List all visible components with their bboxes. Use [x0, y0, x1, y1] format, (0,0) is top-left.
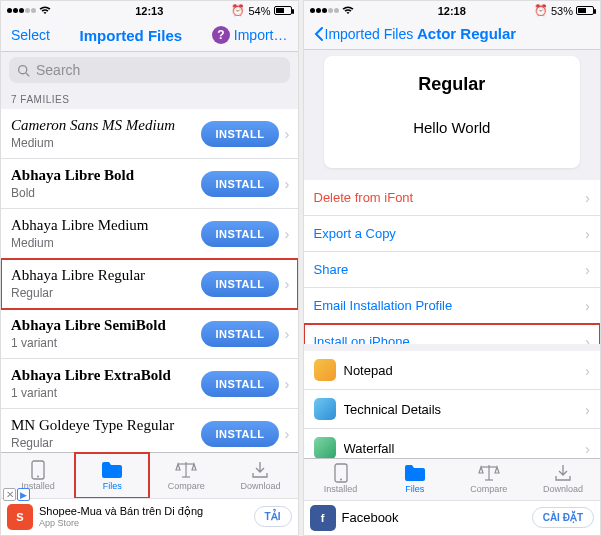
ad-cta-button[interactable]: CÀI ĐẶT: [532, 507, 594, 528]
action-row[interactable]: Export a Copy ›: [304, 216, 601, 252]
font-variant: 1 variant: [11, 336, 201, 350]
app-label: Technical Details: [344, 402, 442, 417]
battery-icon: [274, 6, 292, 15]
alarm-icon: ⏰: [534, 4, 548, 17]
ad-title: Facebook: [342, 510, 526, 526]
action-row[interactable]: Email Installation Profile ›: [304, 288, 601, 324]
wifi-icon: [39, 6, 51, 15]
app-label: Waterfall: [344, 441, 395, 456]
font-name: Abhaya Libre SemiBold: [11, 317, 201, 334]
font-name: Abhaya Libre Regular: [11, 267, 201, 284]
search-icon: [17, 64, 30, 77]
tab-installed[interactable]: Installed: [304, 459, 378, 500]
tab-files[interactable]: Files: [75, 453, 149, 497]
scale-icon: [478, 464, 500, 482]
app-row[interactable]: Waterfall ›: [304, 429, 601, 457]
chevron-right-icon: ›: [285, 225, 290, 242]
ad-cta-button[interactable]: TẢI: [254, 506, 292, 527]
font-name: Abhaya Libre ExtraBold: [11, 367, 201, 384]
ad-banner[interactable]: ✕ ▶ S Shopee-Mua và Bán trên Di động App…: [1, 498, 298, 535]
nav-bar: Imported Files Actor Regular: [304, 18, 601, 50]
chevron-right-icon: ›: [585, 333, 590, 344]
ad-app-icon: f: [310, 505, 336, 531]
tab-download[interactable]: Download: [526, 459, 600, 500]
action-label: Share: [314, 262, 349, 277]
ad-banner[interactable]: f Facebook CÀI ĐẶT: [304, 500, 601, 535]
font-name: Abhaya Libre Medium: [11, 217, 201, 234]
svg-point-3: [37, 475, 39, 477]
font-row[interactable]: Abhaya Libre Bold Bold INSTALL ›: [1, 159, 298, 209]
tab-files[interactable]: Files: [378, 459, 452, 500]
chevron-right-icon: ›: [585, 261, 590, 278]
nav-title: Imported Files: [80, 27, 183, 44]
action-label: Install on iPhone: [314, 334, 410, 344]
tab-compare[interactable]: Compare: [452, 459, 526, 500]
search-input[interactable]: Search: [9, 57, 290, 83]
chevron-right-icon: ›: [585, 225, 590, 242]
chevron-right-icon: ›: [285, 425, 290, 442]
chevron-right-icon: ›: [285, 125, 290, 142]
nav-select-button[interactable]: Select: [11, 27, 50, 43]
app-row[interactable]: Notepad ›: [304, 351, 601, 390]
install-button[interactable]: INSTALL: [201, 421, 278, 447]
preview-sample-text: Hello World: [413, 119, 490, 136]
phone-icon: [30, 461, 46, 479]
install-button[interactable]: INSTALL: [201, 121, 278, 147]
font-preview-card: Regular Hello World: [324, 56, 581, 168]
app-icon: [314, 398, 336, 420]
font-name: MN Goldeye Type Regular: [11, 417, 201, 434]
signal-dots-icon: [7, 8, 36, 13]
font-name: Abhaya Libre Bold: [11, 167, 201, 184]
phone-left: 12:13 ⏰ 54% Select Imported Files ? Impo…: [0, 0, 299, 536]
ad-info-icon[interactable]: ▶: [17, 488, 30, 501]
chevron-right-icon: ›: [585, 189, 590, 206]
folder-icon: [101, 461, 123, 479]
svg-point-0: [19, 65, 27, 73]
font-row[interactable]: Abhaya Libre SemiBold 1 variant INSTALL …: [1, 309, 298, 359]
app-icon: [314, 437, 336, 457]
chevron-right-icon: ›: [585, 440, 590, 457]
chevron-right-icon: ›: [585, 362, 590, 379]
install-button[interactable]: INSTALL: [201, 221, 278, 247]
status-time: 12:18: [438, 5, 466, 17]
phone-right: 12:18 ⏰ 53% Imported Files Actor Regular…: [303, 0, 602, 536]
ad-close-icon[interactable]: ✕: [3, 488, 16, 501]
action-row[interactable]: Delete from iFont ›: [304, 180, 601, 216]
font-variant: Bold: [11, 186, 201, 200]
chevron-right-icon: ›: [285, 325, 290, 342]
font-row[interactable]: MN Goldeye Type Regular Regular INSTALL …: [1, 409, 298, 452]
battery-percent: 54%: [248, 5, 270, 17]
install-button[interactable]: INSTALL: [201, 371, 278, 397]
action-list: Delete from iFont ›Export a Copy ›Share …: [304, 180, 601, 344]
font-row[interactable]: Abhaya Libre Regular Regular INSTALL ›: [1, 259, 298, 309]
action-row[interactable]: Install on iPhone ›: [304, 324, 601, 344]
font-name: Cameron Sans MS Medium: [11, 117, 201, 134]
install-button[interactable]: INSTALL: [201, 321, 278, 347]
tab-bar: InstalledFilesCompareDownload: [304, 458, 601, 500]
preview-style-name: Regular: [418, 74, 485, 95]
nav-bar: Select Imported Files ? Import…: [1, 19, 298, 53]
action-row[interactable]: Share ›: [304, 252, 601, 288]
tab-download[interactable]: Download: [223, 453, 297, 497]
font-row[interactable]: Abhaya Libre Medium Medium INSTALL ›: [1, 209, 298, 259]
font-variant: Regular: [11, 436, 201, 450]
app-label: Notepad: [344, 363, 393, 378]
nav-import-button[interactable]: ? Import…: [212, 26, 288, 44]
tab-compare[interactable]: Compare: [149, 453, 223, 497]
install-button[interactable]: INSTALL: [201, 271, 278, 297]
install-button[interactable]: INSTALL: [201, 171, 278, 197]
font-row[interactable]: Cameron Sans MS Medium Medium INSTALL ›: [1, 109, 298, 159]
font-row[interactable]: Abhaya Libre ExtraBold 1 variant INSTALL…: [1, 359, 298, 409]
nav-back-button[interactable]: Imported Files: [314, 26, 414, 42]
search-bar: Search: [1, 52, 298, 88]
font-variant: 1 variant: [11, 386, 201, 400]
section-header: 7 FAMILIES: [1, 88, 298, 109]
app-icon: [314, 359, 336, 381]
status-time: 12:13: [135, 5, 163, 17]
nav-title: Actor Regular: [417, 25, 516, 42]
chevron-left-icon: [314, 26, 324, 42]
help-icon[interactable]: ?: [212, 26, 230, 44]
app-row[interactable]: Technical Details ›: [304, 390, 601, 429]
svg-line-1: [26, 73, 29, 76]
chevron-right-icon: ›: [285, 175, 290, 192]
